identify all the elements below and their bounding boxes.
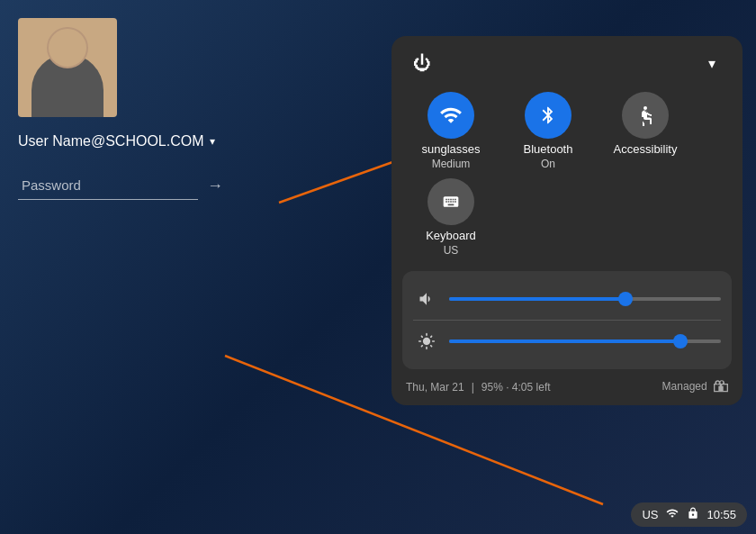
brightness-icon: [413, 328, 440, 355]
quick-settings-panel: ⏻ ▾ sunglasses Medium: [392, 36, 742, 405]
svg-point-4: [644, 106, 647, 110]
keyboard-tile-label: Keyboard US: [426, 229, 476, 258]
bluetooth-tile-icon: [525, 92, 572, 139]
brightness-slider-fill: [449, 339, 680, 343]
accessibility-tile-icon: [622, 92, 669, 139]
keyboard-tile[interactable]: Keyboard US: [406, 178, 496, 258]
tray-lock-icon: [687, 506, 699, 523]
accessibility-tile-label: Accessibility: [614, 142, 678, 158]
footer-left: Thu, Mar 21 | 95% · 4:05 left: [406, 381, 551, 394]
brightness-slider-thumb: [673, 334, 688, 348]
volume-icon: [413, 285, 440, 312]
avatar: [18, 18, 117, 117]
volume-slider-thumb: [618, 292, 633, 306]
collapse-icon: ▾: [708, 55, 716, 72]
system-tray[interactable]: US 10:55: [631, 502, 747, 527]
panel-header: ⏻ ▾: [402, 47, 732, 79]
keyboard-row: Keyboard US: [402, 178, 732, 258]
quick-tiles-row: sunglasses Medium Bluetooth On: [402, 92, 732, 171]
volume-slider-fill: [449, 297, 626, 301]
keyboard-tile-icon: [428, 178, 474, 225]
bluetooth-tile[interactable]: Bluetooth On: [503, 92, 593, 171]
accessibility-tile[interactable]: Accessibility: [600, 92, 690, 171]
wifi-tile[interactable]: sunglasses Medium: [406, 92, 496, 171]
bluetooth-tile-label: Bluetooth On: [524, 142, 573, 171]
power-button[interactable]: ⏻: [406, 47, 438, 79]
password-input[interactable]: [18, 171, 198, 200]
password-submit-button[interactable]: →: [207, 176, 223, 195]
user-dropdown-icon: ▾: [210, 135, 215, 148]
collapse-button[interactable]: ▾: [696, 47, 728, 79]
panel-footer: Thu, Mar 21 | 95% · 4:05 left Managed: [402, 376, 732, 394]
power-icon: ⏻: [413, 53, 431, 74]
sliders-section: [402, 271, 732, 369]
volume-slider-row: [413, 280, 721, 318]
volume-slider-track[interactable]: [449, 297, 721, 301]
user-email-text: User Name@SCHOOL.COM: [18, 133, 204, 149]
footer-battery: 95% · 4:05 left: [482, 381, 551, 394]
tray-wifi-icon: [665, 507, 680, 522]
brightness-slider-track[interactable]: [449, 339, 721, 343]
user-email-row[interactable]: User Name@SCHOOL.COM ▾: [18, 133, 215, 149]
wifi-tile-icon: [428, 92, 474, 139]
tray-locale: US: [642, 508, 658, 521]
wifi-tile-label: sunglasses Medium: [421, 142, 480, 171]
footer-managed: Managed: [662, 380, 728, 394]
slider-divider: [413, 320, 721, 321]
brightness-slider-row: [413, 322, 721, 360]
footer-separator: |: [472, 381, 474, 394]
footer-date: Thu, Mar 21: [406, 381, 464, 394]
password-field-container: →: [18, 171, 223, 200]
tray-time: 10:55: [706, 508, 736, 521]
